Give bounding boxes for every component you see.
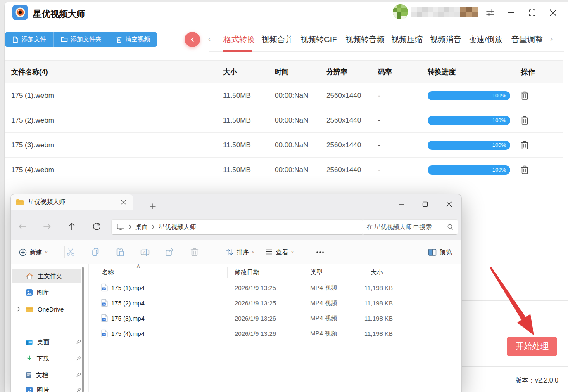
maximize-button[interactable] [527,8,537,18]
breadcrumb-current-folder[interactable]: 星优视频大师 [159,223,196,231]
nav-forward-icon[interactable] [42,218,52,235]
view-button[interactable]: 查看˅ [265,246,294,258]
file-size: 11.50MB [223,92,251,100]
tab-close-icon[interactable] [119,198,128,207]
explorer-close-button[interactable] [440,198,458,210]
user-name-blurred [411,7,478,17]
sidebar-divider [15,328,80,328]
copy-icon[interactable] [90,247,100,257]
progress-bar: 100% [428,91,510,100]
col-date-modified[interactable]: 修改日期 [235,269,259,276]
nav-refresh-icon[interactable] [92,218,102,235]
tab-video-compress[interactable]: 视频压缩 [391,34,423,45]
delete-row-button[interactable] [520,115,531,126]
close-button[interactable] [547,7,559,19]
explorer-tab[interactable]: 星优视频大师 [11,194,133,210]
tab-speed-reverse[interactable]: 变速/倒放 [469,34,502,45]
file-type: MP4 视频 [310,314,337,322]
file-name: 175 (4).mp4 [111,330,145,337]
nav-back-icon[interactable] [17,218,27,235]
media-file-icon [101,330,108,338]
more-options-icon[interactable] [315,248,325,258]
start-processing-button[interactable]: 开始处理 [507,337,557,356]
folder-icon [61,36,68,43]
trash-icon [116,36,122,43]
pin-icon [76,339,81,345]
file-time: 00:00:NaN [275,116,308,125]
table-row: 175 (1).webm 11.50MB 00:00:NaN 2560x1440… [5,83,563,108]
sidebar-item-downloads[interactable]: 下载 [12,352,81,366]
add-folder-button[interactable]: 添加文件夹 [54,32,109,47]
col-size: 大小 [223,67,237,77]
chevron-right-icon[interactable] [17,307,20,312]
progress-bar: 100% [428,116,510,125]
col-name[interactable]: 名称 [102,269,114,276]
explorer-minimize-button[interactable] [392,198,410,210]
nav-up-icon[interactable] [67,218,77,235]
panel-divider [462,300,568,301]
breadcrumb-desktop[interactable]: 桌面 [135,223,148,231]
file-row[interactable]: 175 (3).mp4 2026/1/9 13:26 MP4 视频 11,198… [95,311,461,326]
explorer-maximize-button[interactable] [416,198,434,210]
col-type[interactable]: 类型 [310,269,323,276]
tab-scroll-right-icon[interactable]: › [550,35,553,43]
view-lines-icon [265,248,273,256]
search-box[interactable]: 在 星优视频大师 中搜索 [362,219,458,235]
sidebar-scrollbar[interactable] [82,267,84,392]
settings-sliders-icon[interactable] [485,7,496,18]
tab-video-mute[interactable]: 视频消音 [430,34,461,45]
tab-format-convert[interactable]: 格式转换 [223,34,255,45]
address-bar[interactable]: 桌面 星优视频大师 [111,219,364,235]
minimize-button[interactable] [506,7,516,18]
user-avatar[interactable] [393,4,408,19]
column-separator[interactable] [366,267,366,278]
tab-video-to-gif[interactable]: 视频转GIF [300,34,337,45]
file-bitrate: - [378,116,380,125]
search-icon [447,224,454,230]
delete-icon[interactable] [190,247,200,257]
pictures-icon [26,387,33,392]
share-icon[interactable] [165,247,175,257]
preview-button[interactable]: 预览 [428,246,452,258]
pin-icon [76,356,81,361]
cut-icon[interactable] [66,247,76,257]
tab-scroll-left-icon[interactable]: ‹ [208,35,211,43]
delete-row-button[interactable] [520,90,531,102]
sort-button[interactable]: 排序˅ [226,246,254,258]
new-button[interactable]: 新建˅ [19,246,48,258]
media-file-icon [101,299,108,307]
file-row[interactable]: 175 (2).mp4 2026/1/9 13:25 MP4 视频 11,198… [95,295,461,310]
home-icon [26,273,33,280]
sidebar-item-home[interactable]: 主文件夹 [12,269,81,283]
file-row[interactable]: 175 (4).mp4 2026/1/9 13:26 MP4 视频 11,198… [95,326,461,341]
file-resolution: 2560x1440 [326,116,361,125]
delete-row-button[interactable] [520,139,531,151]
column-separator[interactable] [304,267,304,278]
sidebar-item-pictures[interactable]: 图片 [12,383,81,392]
add-file-button[interactable]: 添加文件 [5,32,53,47]
rename-icon[interactable]: A [140,247,150,257]
paste-icon[interactable] [115,247,125,257]
sidebar-item-desktop[interactable]: 桌面 [12,335,81,349]
new-tab-icon[interactable] [148,201,158,211]
tab-video-to-audio[interactable]: 视频转音频 [345,34,385,45]
file-row[interactable]: 175 (1).mp4 2026/1/9 13:25 MP4 视频 11,198… [95,280,461,295]
tab-scroll-back-circle[interactable] [185,32,200,47]
file-type: MP4 视频 [310,299,337,307]
column-separator[interactable] [227,267,228,278]
delete-row-button[interactable] [520,164,531,176]
video-table: 文件名称(4) 大小 时间 分辨率 码率 转换进度 操作 175 (1).web… [5,60,563,182]
column-separator[interactable] [409,267,409,278]
file-name: 175 (4).webm [11,166,54,174]
clear-videos-button[interactable]: 清空视频 [109,32,157,47]
file-resolution: 2560x1440 [326,166,361,174]
tab-video-merge[interactable]: 视频合并 [261,34,293,45]
sidebar-item-onedrive[interactable]: OneDrive [12,302,81,316]
tab-volume-adjust[interactable]: 音量调整 [511,34,543,45]
file-size: 11,198 KB [343,300,393,307]
sidebar-item-documents[interactable]: 文档 [12,368,81,382]
file-list: 名称 ᐱ 修改日期 类型 大小 175 (1).mp4 2026/1/9 13:… [95,264,461,392]
explorer-tab-title: 星优视频大师 [28,198,115,206]
sidebar-item-gallery[interactable]: 图库 [12,286,81,300]
col-size[interactable]: 大小 [371,269,383,276]
